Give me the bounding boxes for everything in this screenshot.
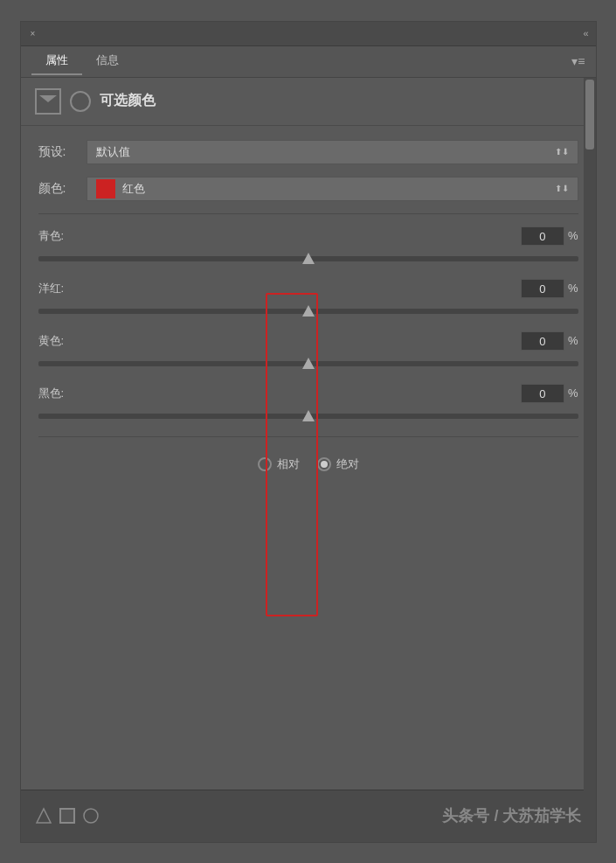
black-header: 黑色: 0 % xyxy=(38,384,578,403)
preset-dropdown[interactable]: 默认值 ⬆⬇ xyxy=(87,140,578,164)
black-thumb[interactable] xyxy=(302,410,315,421)
yellow-percent: % xyxy=(568,334,578,347)
yellow-slider-section: 黄色: 0 % xyxy=(38,331,578,372)
color-dropdown[interactable]: 红色 ⬆⬇ xyxy=(87,177,578,201)
panel-header: 可选颜色 xyxy=(21,78,596,126)
bottom-tool-icon xyxy=(35,807,52,825)
cyan-slider-track-container[interactable] xyxy=(38,251,578,267)
content-area: 预设: 默认值 ⬆⬇ 颜色: 红色 ⬆⬇ 青色: 0 xyxy=(21,126,596,790)
magenta-thumb[interactable] xyxy=(302,305,315,317)
yellow-slider-track-container[interactable] xyxy=(38,356,578,372)
bottom-bar: 头条号 / 犬苏茄学长 xyxy=(21,790,596,842)
color-row: 颜色: 红色 ⬆⬇ xyxy=(38,177,578,201)
black-track xyxy=(38,414,578,419)
radio-absolute[interactable]: 绝对 xyxy=(317,456,359,472)
bottom-mask-icon xyxy=(82,807,100,825)
yellow-thumb[interactable] xyxy=(302,358,315,369)
radio-relative[interactable]: 相对 xyxy=(258,456,300,472)
svg-point-1 xyxy=(84,809,98,823)
magenta-value-group: 0 % xyxy=(521,279,578,298)
yellow-header: 黄色: 0 % xyxy=(38,331,578,351)
scrollbar[interactable] xyxy=(584,78,596,842)
magenta-label: 洋红: xyxy=(38,281,65,296)
cyan-percent: % xyxy=(568,229,578,242)
cyan-value-group: 0 % xyxy=(521,226,578,246)
radio-relative-label: 相对 xyxy=(277,456,300,472)
svg-marker-0 xyxy=(37,809,51,823)
preset-row: 预设: 默认值 ⬆⬇ xyxy=(38,140,578,164)
black-slider-track-container[interactable] xyxy=(38,408,578,424)
preset-label: 预设: xyxy=(38,144,78,160)
tab-menu-icon[interactable]: ▾≡ xyxy=(571,54,585,68)
tab-info[interactable]: 信息 xyxy=(82,47,133,75)
preset-value: 默认值 xyxy=(96,144,130,160)
close-button[interactable]: × xyxy=(28,28,38,38)
radio-absolute-outer xyxy=(317,457,331,471)
tabs: 属性 信息 xyxy=(31,47,133,75)
yellow-label: 黄色: xyxy=(38,333,65,349)
tab-bar: 属性 信息 ▾≡ xyxy=(21,46,596,78)
magenta-header: 洋红: 0 % xyxy=(38,279,578,298)
magenta-slider-track-container[interactable] xyxy=(38,303,578,319)
black-value-group: 0 % xyxy=(521,384,578,403)
yellow-value-input[interactable]: 0 xyxy=(521,331,564,351)
scrollbar-thumb[interactable] xyxy=(585,80,594,150)
cyan-thumb[interactable] xyxy=(302,253,315,264)
black-slider-section: 黑色: 0 % xyxy=(38,384,578,424)
cyan-label: 青色: xyxy=(38,228,65,244)
cyan-header: 青色: 0 % xyxy=(38,226,578,246)
bottom-layer-icon xyxy=(59,808,75,824)
radio-relative-outer xyxy=(258,457,272,471)
divider-1 xyxy=(38,213,578,214)
cyan-value-input[interactable]: 0 xyxy=(521,226,564,246)
magenta-percent: % xyxy=(568,282,578,295)
magenta-slider-section: 洋红: 0 % xyxy=(38,279,578,319)
cyan-track xyxy=(38,256,578,261)
preset-dropdown-arrow: ⬆⬇ xyxy=(555,147,569,157)
tab-properties[interactable]: 属性 xyxy=(31,47,82,75)
main-panel: × « 属性 信息 ▾≡ 可选颜色 预设: 默认值 ⬆⬇ 颜色: xyxy=(20,21,597,843)
divider-2 xyxy=(38,436,578,437)
radio-row: 相对 绝对 xyxy=(38,449,578,479)
color-dropdown-arrow: ⬆⬇ xyxy=(555,184,569,193)
radio-absolute-inner xyxy=(321,461,328,468)
panel-title: 可选颜色 xyxy=(100,92,156,110)
title-bar-left: × xyxy=(28,28,38,38)
cyan-slider-section: 青色: 0 % xyxy=(38,226,578,267)
magenta-value-input[interactable]: 0 xyxy=(521,279,564,298)
color-value: 红色 xyxy=(122,181,145,197)
black-percent: % xyxy=(568,386,578,400)
color-label: 颜色: xyxy=(38,181,78,197)
black-value-input[interactable]: 0 xyxy=(521,384,564,403)
bottom-icons xyxy=(35,807,100,825)
title-bar: × « xyxy=(21,22,596,46)
color-swatch xyxy=(96,179,115,198)
collapse-button[interactable]: « xyxy=(583,28,588,38)
adjustment-icon xyxy=(35,88,61,115)
black-label: 黑色: xyxy=(38,386,65,401)
yellow-value-group: 0 % xyxy=(521,331,578,351)
yellow-track xyxy=(38,361,578,366)
radio-absolute-label: 绝对 xyxy=(336,456,359,472)
layer-icon xyxy=(70,91,91,112)
magenta-track xyxy=(38,309,578,314)
watermark: 头条号 / 犬苏茄学长 xyxy=(442,805,581,826)
